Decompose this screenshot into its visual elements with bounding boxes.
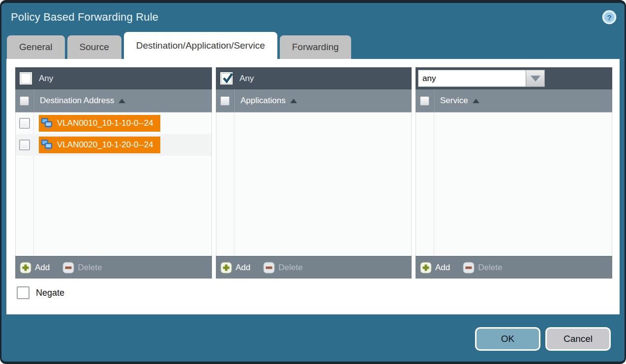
column-divider [434, 112, 434, 256]
column-divider [234, 89, 234, 112]
service-list [416, 112, 612, 256]
tab-source[interactable]: Source [67, 35, 121, 59]
service-dropdown-bar [416, 67, 612, 89]
applications-delete-button[interactable]: Delete [263, 262, 302, 274]
dropdown-arrow-icon [531, 76, 540, 82]
service-header-label[interactable]: Service [440, 96, 468, 106]
applications-list [216, 112, 412, 256]
destination-list-item[interactable]: VLAN0010_10-1-10-0--24 [16, 112, 211, 134]
applications-column: Any Applications [216, 67, 412, 279]
svg-text:?: ? [607, 13, 611, 22]
sort-ascending-icon[interactable] [473, 99, 479, 103]
network-address-icon [41, 118, 54, 129]
negate-row: Negate [17, 286, 620, 299]
tab-forwarding[interactable]: Forwarding [280, 35, 351, 59]
destination-list: VLAN0010_10-1-10-0--24 [15, 112, 212, 256]
negate-checkbox[interactable] [17, 286, 30, 299]
help-icon[interactable]: ? [602, 10, 617, 25]
column-divider [33, 89, 33, 112]
destination-any-label: Any [39, 74, 53, 84]
applications-column-header: Applications [216, 89, 412, 112]
sort-ascending-icon[interactable] [290, 99, 297, 103]
dialog-title: Policy Based Forwarding Rule [11, 11, 158, 24]
service-column-header: Service [416, 89, 612, 112]
destination-address-column: Any Destination Address [15, 67, 212, 279]
destination-column-header: Destination Address [15, 89, 212, 112]
applications-any-checkbox[interactable] [220, 72, 233, 84]
applications-any-bar: Any [216, 67, 412, 89]
service-column: Service Add [416, 67, 612, 279]
tab-panel: Any Destination Address [6, 59, 620, 314]
delete-label: Delete [78, 263, 102, 273]
destination-header-label[interactable]: Destination Address [40, 96, 114, 106]
destination-add-button[interactable]: Add [20, 262, 50, 274]
add-label: Add [35, 263, 50, 273]
applications-select-all-checkbox[interactable] [220, 96, 230, 106]
delete-minus-icon [263, 262, 275, 274]
applications-add-button[interactable]: Add [220, 262, 250, 274]
add-plus-icon [220, 262, 232, 274]
columns-container: Any Destination Address [15, 67, 620, 279]
row-checkbox[interactable] [19, 118, 30, 129]
add-label: Add [236, 263, 250, 273]
column-divider [234, 112, 235, 256]
add-plus-icon [20, 262, 31, 274]
destination-any-bar: Any [15, 67, 212, 89]
tab-destination-application-service[interactable]: Destination/Application/Service [124, 32, 277, 59]
row-checkbox[interactable] [19, 140, 30, 150]
delete-label: Delete [478, 263, 502, 273]
tab-bar: General Source Destination/Application/S… [1, 31, 625, 59]
applications-any-label: Any [239, 74, 254, 84]
service-delete-button[interactable]: Delete [463, 262, 502, 274]
negate-label: Negate [36, 288, 64, 298]
destination-footer: Add Delete [15, 256, 212, 279]
cancel-button[interactable]: Cancel [545, 327, 611, 351]
add-label: Add [435, 263, 450, 273]
service-dropdown [418, 70, 545, 87]
tab-general[interactable]: General [7, 35, 65, 59]
delete-minus-icon [62, 262, 74, 274]
destination-select-all-checkbox[interactable] [20, 96, 29, 106]
address-name: VLAN0010_10-1-10-0--24 [57, 118, 153, 128]
service-select-all-checkbox[interactable] [420, 96, 429, 106]
network-address-icon [41, 140, 54, 150]
address-name: VLAN0020_10-1-20-0--24 [57, 140, 153, 150]
checkmark-icon [221, 72, 234, 84]
column-divider [433, 89, 434, 112]
destination-delete-button[interactable]: Delete [62, 262, 102, 274]
add-plus-icon [420, 262, 432, 274]
service-dropdown-button[interactable] [526, 70, 545, 87]
applications-footer: Add Delete [216, 256, 412, 279]
destination-list-item[interactable]: VLAN0020_10-1-20-0--24 [16, 134, 211, 156]
service-footer: Add Delete [416, 256, 612, 279]
sort-ascending-icon[interactable] [119, 99, 125, 103]
delete-label: Delete [278, 263, 302, 273]
ok-button[interactable]: OK [475, 327, 540, 351]
destination-any-checkbox[interactable] [20, 72, 32, 84]
applications-header-label[interactable]: Applications [240, 96, 286, 106]
service-add-button[interactable]: Add [420, 262, 450, 274]
policy-based-forwarding-dialog: Policy Based Forwarding Rule ? General S… [0, 0, 626, 364]
dialog-titlebar: Policy Based Forwarding Rule ? [1, 3, 625, 31]
address-chip[interactable]: VLAN0020_10-1-20-0--24 [39, 137, 160, 153]
dialog-button-row: OK Cancel [1, 327, 625, 351]
delete-minus-icon [463, 262, 475, 274]
address-chip[interactable]: VLAN0010_10-1-10-0--24 [39, 115, 160, 132]
service-dropdown-input[interactable] [418, 70, 526, 87]
